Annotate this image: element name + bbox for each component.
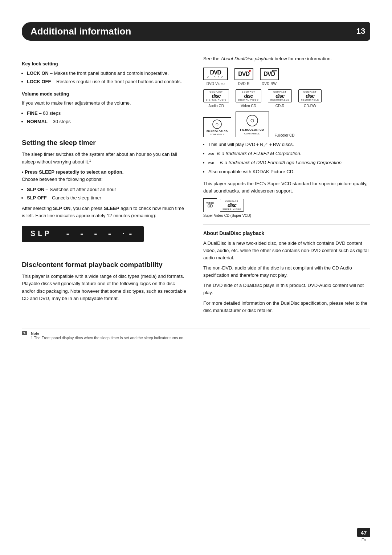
svg-point-2 [247,115,258,126]
note-text: 1 The Front panel display dims when the … [31,336,184,340]
list-item: FINE – 60 steps [27,110,189,117]
supervcd-logos: VIDEO CD COMPACT disc SUPER VIDEO [203,198,244,212]
list-item: LOCK OFF – Restores regular use of the f… [27,78,189,85]
content-columns: Key lock setting LOCK ON – Makes the fro… [22,55,370,317]
dvd-logo-row: DVD V I D E O DVD-Video R DVD DVD-R [203,68,370,86]
fujicolor-cd-svg-1 [212,119,222,129]
note-icon: ✎ [22,331,27,335]
list-item: This unit will play DVD＋R／＋RW discs. [208,141,370,149]
player-vcd-text: This player supports the IEC's Super VCD… [203,180,370,195]
section-divider-2 [22,254,189,254]
svg-point-0 [213,120,221,129]
cd-logo-row: COMPACT disc DIGITAL AUDIO Audio CD COMP… [203,89,370,108]
svg-text:DVD: DVD [208,161,215,165]
right-intro: See the About DualDisc playback below fo… [203,55,370,62]
right-intro-italic: About DualDisc playback [221,56,273,61]
slp-display: SLP - - - - ·- [22,226,144,242]
footer-note: ✎ Note 1 The Front panel display dims wh… [22,328,370,340]
after-slp-text: After selecting SLP ON, you can press SL… [22,205,189,219]
fujicolor-logo-1: FUJICOLOR CD COMPATIBLE [203,117,231,137]
dvd-video-logo-item: DVD V I D E O DVD-Video [203,68,228,86]
sleep-timer-intro: The sleep timer switches off the system … [22,151,189,166]
slp-list: SLP ON – Switches off after about an hou… [27,186,189,202]
volume-mode-section: Volume mode setting If you want to make … [22,90,189,125]
volume-mode-intro: If you want to make finer adjustments of… [22,100,189,107]
cd-r-logo: COMPACT disc Recordable [268,89,292,102]
dvd-rw-caption: DVD-RW [262,82,277,86]
right-bullets: This unit will play DVD＋R／＋RW discs. DVD… [208,141,370,175]
fujicolor-cd-svg-2 [246,114,259,127]
dvd-video-caption: DVD-Video [207,82,225,86]
note-content: Note 1 The Front panel display dims when… [31,331,184,340]
note-label: Note [31,331,39,336]
video-cd-caption: Video CD [241,104,256,108]
fujicolor-logo-2: FUJICOLOR CD COMPATIBLE [236,112,269,137]
svg-text:DVD: DVD [208,153,214,156]
audio-cd-caption: Audio CD [208,104,224,108]
page-number-area: 47 En [357,528,370,542]
cd-rw-logo-item: COMPACT disc ReWritable CD-RW [298,89,322,108]
dvd-video-logo: DVD V I D E O [203,68,228,80]
supervcd-caption: Super Video CD (Super VCD) [203,214,251,218]
volume-mode-heading: Volume mode setting [22,90,189,98]
chapter-title: Additional information [22,22,351,41]
dvd-r-logo-item: R DVD DVD-R [234,68,253,86]
left-column: Key lock setting LOCK ON – Makes the fro… [22,55,189,317]
about-dualdisc-section: About DualDisc playback A DualDisc is a … [203,224,370,314]
dvd-trademark-icon: DVD [208,161,219,166]
list-item: LOCK ON – Makes the front panel buttons … [27,70,189,77]
footnote-ref-1: 1 [89,159,91,162]
disc-content-body: This player is compatible with a wide ra… [22,273,189,302]
volume-mode-list: FINE – 60 steps NORMAL – 30 steps [27,110,189,125]
list-item: SLP ON – Switches off after about an hou… [27,186,189,193]
dualdisc-para3: The DVD side of a DualDisc plays in this… [203,282,370,296]
supervcd-disc-logo: COMPACT disc SUPER VIDEO [220,199,244,212]
page-lang: En [362,538,366,542]
svg-point-1 [216,123,218,125]
list-item: Also compatible with KODAK Picture CD. [208,168,370,176]
audio-cd-logo: COMPACT disc DIGITAL AUDIO [203,89,229,102]
list-item: DVD is a trademark of FUJIFILM Corporati… [208,150,370,158]
key-lock-section: Key lock setting LOCK ON – Makes the fro… [22,60,189,85]
key-lock-list: LOCK ON – Makes the front panel buttons … [27,70,189,85]
video-cd-logo: COMPACT disc DIGITAL VIDEO [236,89,261,102]
dualdisc-para2: The non‑DVD, audio side of the disc is n… [203,264,370,279]
dvd-r-caption: DVD-R [238,82,250,86]
cd-r-caption: CD-R [275,104,285,108]
list-item: SLP OFF – Cancels the sleep timer [27,194,189,202]
dualdisc-para4: For more detailed information on the Dua… [203,300,370,314]
fuji-trademark-icon: DVD [208,151,216,157]
page-root: Additional information 13 Key lock setti… [0,0,392,555]
cd-rw-logo: COMPACT disc ReWritable [298,89,322,102]
disc-content-heading: Disc/content format playback compatibili… [22,259,189,270]
page-number: 47 [357,528,370,537]
dvd-r-logo: R DVD [234,68,253,80]
list-item: DVD is a trademark of DVD Format/Logo Li… [208,159,370,167]
video-cd-logo-item: COMPACT disc DIGITAL VIDEO Video CD [236,89,261,108]
section-divider-right [203,224,370,224]
video-cd-svcd-logo: VIDEO CD [203,198,217,212]
chapter-header: Additional information 13 [22,22,370,41]
svg-point-3 [251,119,254,122]
dvd-rw-logo-item: RW DVD DVD-RW [260,68,279,86]
sleep-timer-section: Setting the sleep timer The sleep timer … [22,137,189,247]
audio-cd-logo-item: COMPACT disc DIGITAL AUDIO Audio CD [203,89,229,108]
dualdisc-para1: A DualDisc is a new two‑sided disc, one … [203,240,370,262]
right-column: See the About DualDisc playback below fo… [203,55,370,317]
fujicolor-cd-area: FUJICOLOR CD COMPATIBLE FUJICOLOR CD COM… [203,112,370,137]
section-divider-1 [22,132,189,132]
sleep-timer-heading: Setting the sleep timer [22,137,189,148]
key-lock-heading: Key lock setting [22,60,189,68]
cd-r-logo-item: COMPACT disc Recordable CD-R [268,89,292,108]
sleep-timer-press: • Press SLEEP repeatedly to select an op… [22,169,189,183]
cd-rw-caption: CD-RW [304,104,316,108]
list-item: NORMAL – 30 steps [27,118,189,125]
supervcd-area: VIDEO CD COMPACT disc SUPER VIDEO Super … [203,198,370,218]
chapter-number: 13 [351,22,370,41]
disc-content-section: Disc/content format playback compatibili… [22,259,189,302]
about-dualdisc-heading: About DualDisc playback [203,230,370,238]
dvd-rw-logo: RW DVD [260,68,279,80]
fujicolor-caption: Fujicolor CD [275,133,295,137]
